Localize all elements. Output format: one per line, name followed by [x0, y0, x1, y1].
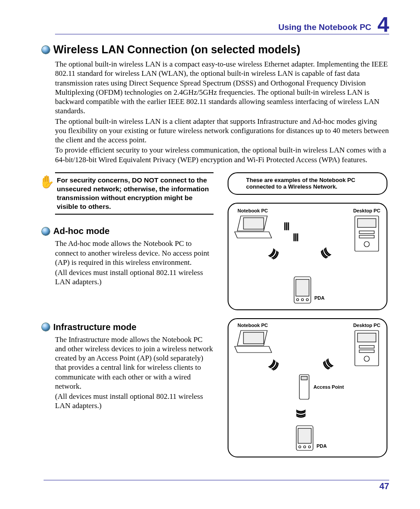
intro-paragraph-3: To provide efficient security to your wi… [55, 145, 389, 164]
pda-label: PDA [314, 295, 324, 301]
svg-point-25 [299, 446, 301, 448]
svg-rect-15 [243, 332, 264, 344]
notebook-label: Notebook PC [233, 323, 273, 328]
svg-rect-24 [298, 428, 311, 443]
chapter-title: Using the Notebook PC [278, 22, 371, 34]
svg-rect-2 [243, 218, 264, 229]
svg-rect-9 [296, 279, 309, 296]
svg-rect-6 [359, 235, 374, 238]
pda-icon: PDA [295, 424, 315, 453]
globe-icon [42, 46, 50, 54]
diagram-caption: These are examples of the Notebook PC co… [228, 172, 387, 195]
infra-heading: Infrastructure mode [53, 322, 136, 332]
pda-icon: PDA [292, 275, 313, 306]
signal-icon: ⅼ ⅼ ⅼ [295, 232, 299, 244]
svg-point-11 [302, 298, 304, 301]
intro-paragraph-1: The optional built-in wireless LAN is a … [55, 59, 389, 116]
infra-body: The Infrastructure mode allows the Noteb… [55, 335, 214, 391]
svg-point-26 [304, 446, 306, 448]
notebook-label: Notebook PC [233, 208, 273, 213]
desktop-pc-icon: Desktop PC [351, 208, 382, 254]
svg-point-12 [306, 298, 309, 301]
svg-rect-22 [301, 376, 307, 380]
signal-icon: ⅼ ⅼ ⅼ [284, 221, 288, 233]
svg-marker-14 [235, 346, 272, 353]
signal-icon: )) )) [268, 358, 280, 371]
access-point-icon: Access Point [297, 372, 312, 403]
svg-point-20 [364, 356, 369, 361]
globe-icon [42, 227, 50, 235]
svg-rect-4 [357, 219, 376, 227]
desktop-pc-icon: Desktop PC [351, 323, 382, 368]
page-number: 47 [44, 480, 389, 491]
security-note-text: For security concerns, DO NOT connect to… [57, 176, 209, 210]
adhoc-note: (All devices must install optional 802.1… [55, 268, 214, 287]
svg-rect-5 [359, 231, 374, 234]
chapter-header: Using the Notebook PC 4 [55, 13, 389, 34]
desktop-label: Desktop PC [351, 323, 382, 328]
hand-stop-icon: ✋ [39, 174, 55, 190]
adhoc-heading: Ad-hoc mode [53, 226, 110, 236]
svg-rect-19 [359, 350, 374, 353]
signal-icon: (( (( [321, 358, 333, 371]
adhoc-body: The Ad-hoc mode allows the Notebook PC t… [55, 239, 214, 267]
svg-rect-17 [357, 333, 376, 342]
security-note: ✋ For security concerns, DO NOT connect … [55, 172, 214, 215]
svg-rect-18 [359, 346, 374, 348]
infra-note: (All devices must install optional 802.1… [55, 392, 214, 411]
signal-icon: )) )) [268, 247, 280, 260]
chapter-number: 4 [377, 15, 389, 34]
pda-label: PDA [317, 443, 327, 449]
svg-point-7 [364, 241, 369, 247]
adhoc-diagram: Notebook PC Desktop PC PDA ⅼ ⅼ ⅼ ⅼ ⅼ ⅼ )… [228, 203, 387, 310]
svg-point-27 [309, 446, 311, 448]
infra-diagram: Notebook PC Desktop PC Access Point PDA … [228, 318, 387, 457]
ap-label: Access Point [313, 384, 344, 390]
svg-marker-1 [235, 232, 272, 238]
desktop-label: Desktop PC [351, 208, 382, 213]
signal-icon: )) )) [296, 409, 307, 416]
globe-icon [42, 323, 50, 331]
page-title: Wireless LAN Connection (on selected mod… [53, 43, 300, 56]
notebook-pc-icon: Notebook PC [233, 208, 273, 241]
svg-point-10 [297, 298, 299, 301]
intro-paragraph-2: The optional built-in wireless LAN is a … [55, 117, 389, 145]
signal-icon: (( (( [318, 247, 331, 260]
notebook-pc-icon: Notebook PC [233, 323, 273, 355]
